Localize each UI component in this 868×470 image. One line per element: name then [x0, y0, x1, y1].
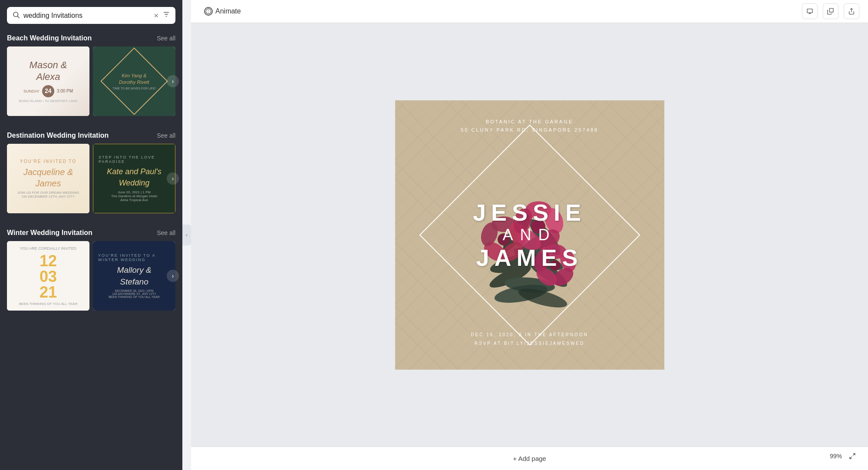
svg-line-39 [853, 453, 855, 456]
beach-template-card-2[interactable]: Kim Yang &Dorothy Rivett TIME TO BE WIVE… [93, 46, 175, 116]
animate-icon [204, 7, 213, 16]
search-filter-button[interactable] [162, 10, 170, 20]
toolbar-right [802, 3, 859, 19]
sidebar-collapse-button[interactable]: ‹ [182, 225, 191, 245]
bottom-toolbar: + Add page 99% [191, 447, 868, 470]
winter-section-header: Winter Wedding Invitation See all [0, 224, 182, 241]
beach-card-2-names: Kim Yang &Dorothy Rivett [112, 73, 155, 86]
beach-card-1-time: 3:00 PM [57, 89, 73, 93]
connector-text: AND [473, 226, 586, 244]
svg-line-1 [17, 16, 19, 18]
copy-button[interactable] [823, 3, 838, 19]
date-text: DEC 16, 2020, 3 IN THE AFTERNOON RSVP AT… [395, 331, 664, 348]
name2-text: JAMES [473, 244, 586, 271]
dest-card-2-sub: June 20, 2021 | 1 PMThe Gardens at Morga… [111, 190, 157, 202]
destination-section-header: Destination Wedding Invitation See all [0, 126, 182, 144]
beach-card-1-sub: BORA ISLAND • 52 NEWPORT LAKE [19, 99, 78, 103]
destination-row-next-button[interactable]: › [167, 172, 179, 185]
winter-card-1-pre: YOU ARE CORDIALLY INVITED [20, 246, 77, 251]
zoom-expand-button[interactable] [845, 449, 859, 463]
canvas-content: BOTANIC AT THE GARAGE 50 CLUNY PARK RD, … [395, 100, 664, 370]
winter-template-row: YOU ARE CORDIALLY INVITED 120321 BEEN TH… [0, 241, 182, 311]
add-page-button[interactable]: + Add page [504, 451, 554, 466]
svg-rect-9 [829, 8, 833, 12]
dest-card-1-names: Jacqueline &James [23, 166, 73, 189]
winter-card-1-date: 120321 [40, 253, 57, 300]
beach-section-header: Beach Wedding Invitation See all [0, 29, 182, 46]
app-container: ✕ Beach Wedding Invitation See all [0, 0, 868, 470]
beach-template-row: Mason &Alexa SUNDAY 24 3:00 PM BORA ISLA… [0, 46, 182, 116]
winter-card-2-sub: DECEMBER 28, 2021 | 6PM143 ANYWHERE ST.,… [109, 289, 160, 298]
destination-template-card-1[interactable]: You're invited to Jacqueline &James JOIN… [7, 144, 89, 213]
share-button[interactable] [844, 3, 859, 19]
winter-card-2-names: Mallory &Stefano [117, 265, 151, 288]
sidebar: ✕ Beach Wedding Invitation See all [0, 0, 182, 470]
search-icon [12, 11, 20, 20]
search-input[interactable] [23, 12, 150, 20]
names-block: JESSIE AND JAMES [473, 199, 586, 271]
beach-card-2-diamond: Kim Yang &Dorothy Rivett TIME TO BE WIVE… [100, 47, 168, 115]
beach-card-1-day-badge: 24 [42, 85, 54, 97]
svg-rect-6 [807, 9, 812, 13]
dest-card-2-names: Kate and Paul'sWedding [107, 166, 162, 188]
toolbar-left: Animate [200, 4, 245, 18]
beach-card-1-names: Mason &Alexa [30, 60, 67, 83]
canvas-area: Animate [191, 0, 868, 470]
section-destination: Destination Wedding Invitation See all Y… [0, 126, 182, 213]
canvas-scroll[interactable]: BOTANIC AT THE GARAGE 50 CLUNY PARK RD, … [191, 23, 868, 447]
beach-card-2-inner: Kim Yang &Dorothy Rivett TIME TO BE WIVE… [112, 73, 155, 90]
venue-line1: BOTANIC AT THE GARAGE [486, 119, 574, 124]
winter-row-next-button[interactable]: › [167, 270, 179, 282]
date-line2: RSVP AT BIT.LY/JESSIEJAMESWED [475, 341, 585, 346]
animate-button[interactable]: Animate [200, 4, 245, 18]
sidebar-content: Beach Wedding Invitation See all Mason &… [0, 29, 182, 470]
dest-card-1-pre: You're invited to [20, 159, 76, 164]
winter-card-2-pre: YOU'RE INVITED TO A WINTER WEDDING [98, 253, 170, 262]
destination-see-all-button[interactable]: See all [157, 132, 175, 139]
winter-template-card-1[interactable]: YOU ARE CORDIALLY INVITED 120321 BEEN TH… [7, 241, 89, 311]
winter-see-all-button[interactable]: See all [157, 229, 175, 236]
winter-card-1-sub: BEEN THINKING OF YOU ALL YEAR [19, 302, 77, 306]
section-winter: Winter Wedding Invitation See all YOU AR… [0, 224, 182, 311]
svg-point-0 [13, 12, 18, 17]
search-clear-button[interactable]: ✕ [154, 12, 159, 19]
present-button[interactable] [802, 3, 818, 19]
winter-section-title: Winter Wedding Invitation [7, 229, 92, 237]
section-beach: Beach Wedding Invitation See all Mason &… [0, 29, 182, 116]
design-canvas: BOTANIC AT THE GARAGE 50 CLUNY PARK RD, … [395, 100, 664, 370]
name1-text: JESSIE [473, 199, 586, 225]
winter-template-card-2[interactable]: YOU'RE INVITED TO A WINTER WEDDING Mallo… [93, 241, 175, 311]
beach-template-card-1[interactable]: Mason &Alexa SUNDAY 24 3:00 PM BORA ISLA… [7, 46, 89, 116]
beach-row-next-button[interactable]: › [167, 75, 179, 87]
destination-section-title: Destination Wedding Invitation [7, 132, 109, 139]
dest-card-1-sub: JOIN US FOR OUR DREAM WEDDINGON DECEMBER… [17, 191, 79, 199]
animate-label: Animate [215, 7, 241, 15]
svg-line-40 [850, 457, 852, 459]
search-bar: ✕ [7, 7, 175, 24]
destination-template-card-2[interactable]: STEP INTO THE LOVE PARADISE Kate and Pau… [93, 144, 175, 213]
beach-section-title: Beach Wedding Invitation [7, 34, 92, 42]
zoom-control: 99% [830, 449, 859, 463]
beach-card-1-date: SUNDAY 24 3:00 PM [23, 85, 73, 97]
beach-see-all-button[interactable]: See all [157, 35, 175, 42]
top-toolbar: Animate [191, 0, 868, 23]
beach-card-2-sub: TIME TO BE WIVES FOR LIFE! [112, 87, 155, 90]
date-line1: DEC 16, 2020, 3 IN THE AFTERNOON [471, 332, 588, 337]
zoom-value: 99% [830, 453, 842, 460]
dest-card-2-pre: STEP INTO THE LOVE PARADISE [99, 155, 170, 164]
destination-template-row: You're invited to Jacqueline &James JOIN… [0, 144, 182, 213]
